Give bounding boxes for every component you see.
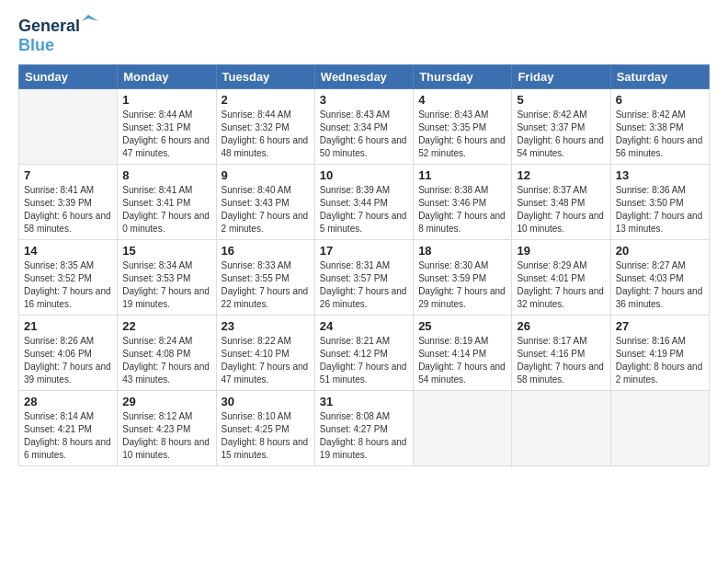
weekday-header-friday: Friday [512,65,610,89]
calendar-cell: 30Sunrise: 8:10 AMSunset: 4:25 PMDayligh… [216,391,314,466]
cell-info: Sunrise: 8:41 AMSunset: 3:39 PMDaylight:… [24,184,112,236]
day-number: 19 [517,244,605,258]
day-number: 21 [24,319,112,333]
cell-info: Sunrise: 8:44 AMSunset: 3:31 PMDaylight:… [122,109,210,160]
calendar-cell: 8Sunrise: 8:41 AMSunset: 3:41 PMDaylight… [118,165,216,240]
week-row-4: 21Sunrise: 8:26 AMSunset: 4:06 PMDayligh… [19,316,710,391]
calendar-cell: 15Sunrise: 8:34 AMSunset: 3:53 PMDayligh… [118,240,216,316]
cell-info: Sunrise: 8:37 AMSunset: 3:48 PMDaylight:… [517,184,605,236]
cell-info: Sunrise: 8:34 AMSunset: 3:53 PMDaylight:… [122,259,210,311]
day-number: 9 [222,168,310,182]
day-number: 4 [418,93,506,107]
cell-info: Sunrise: 8:22 AMSunset: 4:10 PMDaylight:… [222,335,310,386]
cell-info: Sunrise: 8:40 AMSunset: 3:43 PMDaylight:… [222,184,310,236]
calendar-cell: 11Sunrise: 8:38 AMSunset: 3:46 PMDayligh… [414,165,512,240]
weekday-header-row: SundayMondayTuesdayWednesdayThursdayFrid… [19,65,710,89]
calendar-cell: 3Sunrise: 8:43 AMSunset: 3:34 PMDaylight… [314,89,413,165]
calendar-cell: 27Sunrise: 8:16 AMSunset: 4:19 PMDayligh… [610,316,709,391]
cell-info: Sunrise: 8:14 AMSunset: 4:21 PMDaylight:… [24,410,112,462]
day-number: 7 [24,168,112,182]
day-number: 18 [418,244,506,258]
day-number: 29 [122,395,210,408]
day-number: 24 [320,319,408,333]
calendar-cell [512,391,610,466]
calendar-cell: 28Sunrise: 8:14 AMSunset: 4:21 PMDayligh… [19,391,118,466]
week-row-5: 28Sunrise: 8:14 AMSunset: 4:21 PMDayligh… [19,391,710,466]
day-number: 16 [222,244,310,258]
day-number: 27 [616,319,704,333]
weekday-header-sunday: Sunday [19,65,118,89]
calendar-cell: 9Sunrise: 8:40 AMSunset: 3:43 PMDaylight… [216,165,314,240]
cell-info: Sunrise: 8:36 AMSunset: 3:50 PMDaylight:… [616,184,704,236]
day-number: 10 [320,168,408,182]
calendar-cell: 22Sunrise: 8:24 AMSunset: 4:08 PMDayligh… [118,316,216,391]
cell-info: Sunrise: 8:30 AMSunset: 3:59 PMDaylight:… [418,259,506,311]
day-number: 17 [320,244,408,258]
cell-info: Sunrise: 8:38 AMSunset: 3:46 PMDaylight:… [418,184,506,236]
cell-info: Sunrise: 8:27 AMSunset: 4:03 PMDaylight:… [616,259,704,311]
cell-info: Sunrise: 8:10 AMSunset: 4:25 PMDaylight:… [222,410,310,462]
calendar-cell: 1Sunrise: 8:44 AMSunset: 3:31 PMDaylight… [118,89,216,165]
logo-blue: Blue [18,36,54,54]
calendar-cell: 18Sunrise: 8:30 AMSunset: 3:59 PMDayligh… [414,240,512,316]
weekday-header-monday: Monday [118,65,216,89]
day-number: 31 [320,395,408,408]
calendar-cell: 2Sunrise: 8:44 AMSunset: 3:32 PMDaylight… [216,89,314,165]
cell-info: Sunrise: 8:19 AMSunset: 4:14 PMDaylight:… [418,335,506,386]
cell-info: Sunrise: 8:26 AMSunset: 4:06 PMDaylight:… [24,335,112,386]
calendar-cell [19,89,118,165]
day-number: 30 [222,395,310,408]
calendar-cell: 16Sunrise: 8:33 AMSunset: 3:55 PMDayligh… [216,240,314,316]
weekday-header-saturday: Saturday [610,65,709,89]
calendar-cell: 4Sunrise: 8:43 AMSunset: 3:35 PMDaylight… [414,89,512,165]
cell-info: Sunrise: 8:16 AMSunset: 4:19 PMDaylight:… [616,335,704,386]
cell-info: Sunrise: 8:44 AMSunset: 3:32 PMDaylight:… [222,109,310,160]
page: General Blue SundayMondayTuesdayWednesda… [0,0,728,476]
day-number: 12 [517,168,605,182]
logo-bird-icon [82,15,98,28]
calendar-cell: 19Sunrise: 8:29 AMSunset: 4:01 PMDayligh… [512,240,610,316]
calendar-cell: 26Sunrise: 8:17 AMSunset: 4:16 PMDayligh… [512,316,610,391]
cell-info: Sunrise: 8:35 AMSunset: 3:52 PMDaylight:… [24,259,112,311]
calendar-cell: 21Sunrise: 8:26 AMSunset: 4:06 PMDayligh… [19,316,118,391]
cell-info: Sunrise: 8:31 AMSunset: 3:57 PMDaylight:… [320,259,408,311]
day-number: 8 [122,168,210,182]
day-number: 3 [320,93,408,107]
cell-info: Sunrise: 8:12 AMSunset: 4:23 PMDaylight:… [122,410,210,462]
cell-info: Sunrise: 8:42 AMSunset: 3:37 PMDaylight:… [517,109,605,160]
calendar-cell: 23Sunrise: 8:22 AMSunset: 4:10 PMDayligh… [216,316,314,391]
calendar-cell: 20Sunrise: 8:27 AMSunset: 4:03 PMDayligh… [610,240,709,316]
calendar-cell: 25Sunrise: 8:19 AMSunset: 4:14 PMDayligh… [414,316,512,391]
cell-info: Sunrise: 8:24 AMSunset: 4:08 PMDaylight:… [122,335,210,386]
cell-info: Sunrise: 8:29 AMSunset: 4:01 PMDaylight:… [517,259,605,311]
calendar-cell [610,391,709,466]
week-row-2: 7Sunrise: 8:41 AMSunset: 3:39 PMDaylight… [19,165,710,240]
calendar-cell: 31Sunrise: 8:08 AMSunset: 4:27 PMDayligh… [314,391,413,466]
day-number: 23 [222,319,310,333]
calendar-cell: 12Sunrise: 8:37 AMSunset: 3:48 PMDayligh… [512,165,610,240]
day-number: 6 [616,93,704,107]
week-row-3: 14Sunrise: 8:35 AMSunset: 3:52 PMDayligh… [19,240,710,316]
day-number: 5 [517,93,605,107]
day-number: 26 [517,319,605,333]
day-number: 22 [122,319,210,333]
cell-info: Sunrise: 8:43 AMSunset: 3:34 PMDaylight:… [320,109,408,160]
day-number: 2 [222,93,310,107]
cell-info: Sunrise: 8:17 AMSunset: 4:16 PMDaylight:… [517,335,605,386]
day-number: 1 [122,93,210,107]
cell-info: Sunrise: 8:42 AMSunset: 3:38 PMDaylight:… [616,109,704,160]
logo-general: General [18,17,80,35]
day-number: 13 [616,168,704,182]
svg-marker-0 [82,15,98,21]
cell-info: Sunrise: 8:43 AMSunset: 3:35 PMDaylight:… [418,109,506,160]
cell-info: Sunrise: 8:33 AMSunset: 3:55 PMDaylight:… [222,259,310,311]
weekday-header-wednesday: Wednesday [314,65,413,89]
header: General Blue [18,17,710,55]
calendar-cell: 24Sunrise: 8:21 AMSunset: 4:12 PMDayligh… [314,316,413,391]
calendar-cell: 5Sunrise: 8:42 AMSunset: 3:37 PMDaylight… [512,89,610,165]
day-number: 14 [24,244,112,258]
calendar-cell [414,391,512,466]
cell-info: Sunrise: 8:08 AMSunset: 4:27 PMDaylight:… [320,410,408,462]
weekday-header-thursday: Thursday [414,65,512,89]
logo: General Blue [18,17,80,55]
